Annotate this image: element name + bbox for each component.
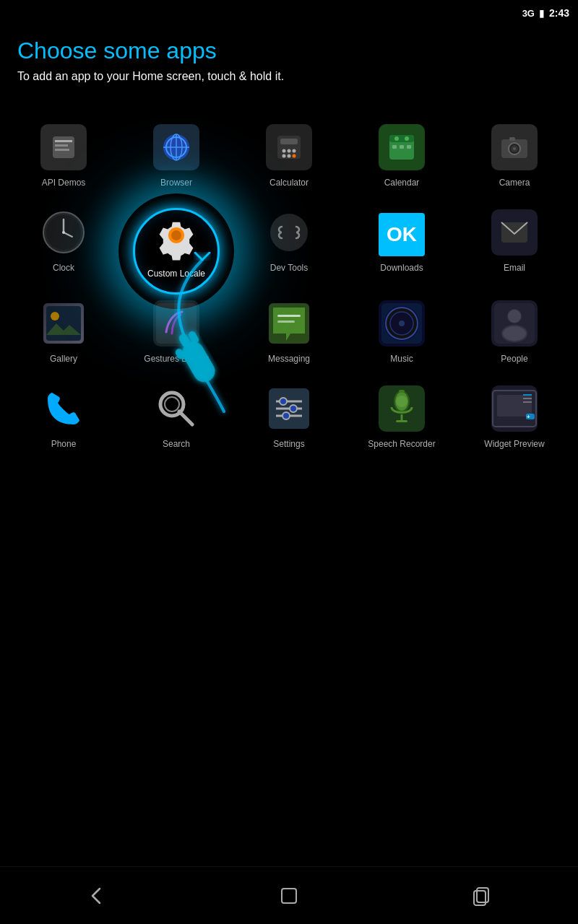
app-label-api-demos: API Demos	[42, 178, 86, 188]
app-icon-messaging	[263, 297, 315, 349]
svg-point-12	[288, 149, 291, 153]
svg-point-20	[405, 136, 409, 141]
svg-rect-22	[400, 145, 404, 149]
app-icon-settings	[263, 383, 315, 435]
svg-point-67	[396, 396, 407, 407]
svg-rect-2	[55, 144, 68, 147]
app-item-browser[interactable]: Browser	[120, 116, 233, 193]
app-item-api-demos[interactable]: API Demos	[7, 116, 120, 193]
app-item-settings[interactable]: Settings	[233, 377, 345, 455]
svg-rect-70	[396, 420, 407, 422]
svg-point-15	[288, 154, 291, 158]
svg-text:+: +	[527, 414, 530, 420]
app-icon-phone	[38, 383, 90, 435]
home-button[interactable]	[267, 874, 311, 918]
svg-rect-44	[277, 315, 301, 317]
svg-point-61	[280, 398, 287, 405]
app-label-speech-recorder: Speech Recorder	[368, 439, 435, 449]
app-label-widget-preview: Widget Preview	[484, 439, 544, 449]
app-label-messaging: Messaging	[268, 354, 310, 364]
svg-rect-40	[46, 306, 81, 341]
app-item-downloads[interactable]: OK Downloads	[345, 201, 458, 284]
svg-point-14	[282, 154, 286, 158]
app-label-clock: Clock	[53, 263, 74, 273]
app-icon-email	[488, 206, 540, 258]
svg-point-50	[399, 321, 405, 326]
app-item-phone[interactable]: Phone	[7, 377, 120, 455]
battery-icon: ▮	[539, 7, 545, 19]
svg-point-27	[513, 147, 516, 150]
app-icon-speech-recorder	[376, 383, 428, 435]
app-icon-api-demos	[38, 121, 90, 173]
app-grid: API Demos Browser Calculator Calendar	[0, 116, 578, 455]
app-label-dev-tools: Dev Tools	[270, 263, 308, 273]
app-icon-browser	[150, 121, 202, 173]
app-icon-downloads: OK	[376, 206, 428, 258]
status-bar: 3G ▮ 2:43	[0, 0, 578, 26]
page-subtitle: To add an app to your Home screen, touch…	[17, 70, 561, 83]
app-label-email: Email	[504, 263, 525, 273]
svg-rect-1	[55, 140, 72, 142]
app-icon-calculator	[263, 121, 315, 173]
app-label-music: Music	[390, 354, 413, 364]
svg-rect-68	[399, 390, 405, 393]
app-icon-music	[376, 297, 428, 349]
svg-rect-3	[55, 149, 69, 151]
svg-rect-21	[392, 145, 397, 149]
header: Choose some apps To add an app to your H…	[0, 26, 578, 89]
svg-rect-82	[282, 889, 296, 903]
page-title: Choose some apps	[17, 38, 561, 64]
app-label-gestures-builder: Gestures Builder	[144, 354, 208, 364]
app-item-calculator[interactable]: Calculator	[233, 116, 345, 193]
svg-point-33	[62, 231, 65, 234]
app-item-calendar[interactable]: Calendar	[345, 116, 458, 193]
app-icon-camera	[488, 121, 540, 173]
app-label-browser: Browser	[160, 178, 192, 188]
svg-point-65	[282, 412, 290, 419]
recents-button[interactable]	[460, 874, 504, 918]
app-item-messaging[interactable]: Messaging	[233, 292, 345, 370]
ok-button[interactable]: OK	[379, 213, 424, 256]
app-label-calendar: Calendar	[384, 178, 420, 188]
signal-icon: 3G	[522, 8, 535, 19]
svg-rect-42	[156, 303, 197, 344]
time-display: 2:43	[549, 7, 569, 19]
app-label-calculator: Calculator	[269, 178, 309, 188]
svg-point-35	[171, 230, 181, 240]
svg-rect-18	[389, 135, 414, 142]
app-label-people: People	[501, 354, 527, 364]
svg-rect-28	[509, 137, 515, 141]
app-item-people[interactable]: People	[458, 292, 571, 370]
app-icon-people	[488, 297, 540, 349]
svg-point-63	[290, 405, 297, 412]
app-icon-calendar	[376, 121, 428, 173]
app-label-camera: Camera	[499, 178, 530, 188]
app-label-phone: Phone	[51, 439, 77, 449]
nav-bar	[0, 866, 578, 924]
svg-rect-0	[53, 136, 74, 158]
app-item-widget-preview[interactable]: + Widget Preview	[458, 377, 571, 455]
back-button[interactable]	[74, 874, 118, 918]
svg-point-54	[508, 310, 521, 323]
app-item-email[interactable]: Email	[458, 201, 571, 284]
svg-point-11	[282, 149, 286, 153]
app-item-dev-tools[interactable]: Dev Tools	[233, 201, 345, 284]
app-item-custom-locale[interactable]: Custom Locale	[120, 201, 233, 284]
svg-point-58	[165, 397, 179, 411]
app-item-gallery[interactable]: Gallery	[7, 292, 120, 370]
status-icons: 3G ▮ 2:43	[522, 7, 569, 19]
app-label-custom-locale: Custom Locale	[147, 269, 205, 279]
app-icon-dev-tools	[263, 206, 315, 258]
app-item-music[interactable]: Music	[345, 292, 458, 370]
svg-rect-10	[280, 139, 298, 144]
app-item-clock[interactable]: Clock	[7, 201, 120, 284]
app-icon-gallery	[38, 297, 90, 349]
app-item-camera[interactable]: Camera	[458, 116, 571, 193]
app-icon-widget-preview: +	[488, 383, 540, 435]
app-item-speech-recorder[interactable]: Speech Recorder	[345, 377, 458, 455]
app-icon-search	[150, 383, 202, 435]
app-label-downloads: Downloads	[380, 263, 423, 273]
svg-rect-45	[277, 321, 295, 323]
app-item-search[interactable]: Search	[120, 377, 233, 455]
app-label-gallery: Gallery	[50, 354, 77, 364]
